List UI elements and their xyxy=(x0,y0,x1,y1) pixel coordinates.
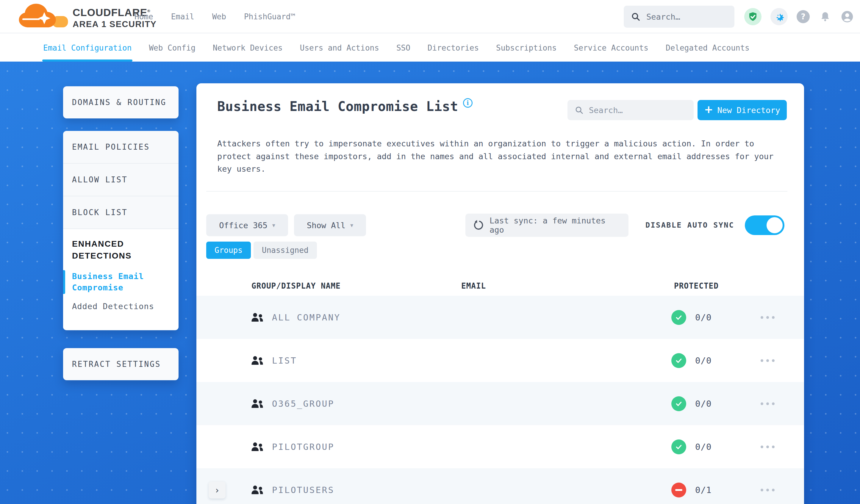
tab-service-accounts[interactable]: Service Accounts xyxy=(574,34,648,61)
group-icon xyxy=(250,312,264,323)
tab-directories[interactable]: Directories xyxy=(428,34,479,61)
account-button[interactable] xyxy=(841,10,854,23)
table-row[interactable]: O365_GROUP 0/0 xyxy=(197,382,804,425)
chevron-down-icon: ▾ xyxy=(272,222,275,229)
area1-security-app: CLOUDFLARE® AREA 1 SECURITY Home Email W… xyxy=(0,0,860,504)
tab-email-configuration[interactable]: Email Configuration xyxy=(43,34,131,61)
sidebar-card-email-policies: EMAIL POLICIES ALLOW LIST BLOCK LIST ENH… xyxy=(63,131,178,330)
protected-status-blocked-icon xyxy=(671,483,686,498)
col-group-display-name: GROUP/DISPLAY NAME xyxy=(252,282,341,290)
protected-status-ok-icon xyxy=(671,310,686,325)
cloudflare-logo-icon[interactable] xyxy=(17,2,70,31)
protection-status-icon[interactable] xyxy=(744,8,761,25)
global-search[interactable] xyxy=(624,6,734,28)
shield-check-icon xyxy=(748,12,758,22)
search-icon xyxy=(575,106,584,115)
user-avatar-icon xyxy=(841,10,854,23)
config-tabs: Email Configuration Web Config Network D… xyxy=(0,34,860,61)
tab-web-config[interactable]: Web Config xyxy=(149,34,196,61)
sidebar-item-block-list[interactable]: BLOCK LIST xyxy=(63,196,178,229)
protected-count: 0/0 xyxy=(695,312,712,322)
row-actions-button[interactable] xyxy=(761,489,775,491)
sidebar-section-enhanced-detections: ENHANCED DETECTIONS Business Email Compr… xyxy=(63,229,178,330)
protected-status-ok-icon xyxy=(671,440,686,454)
app-header: CLOUDFLARE® AREA 1 SECURITY Home Email W… xyxy=(0,0,860,33)
list-search-input[interactable] xyxy=(589,106,678,115)
bell-icon xyxy=(819,11,831,22)
table-row[interactable]: LIST 0/0 xyxy=(197,339,804,382)
title-row: Business Email Compromise List i xyxy=(217,99,473,114)
tab-subscriptions[interactable]: Subscriptions xyxy=(496,34,557,61)
sidebar-item-retract-settings[interactable]: RETRACT SETTINGS xyxy=(63,348,178,380)
sidebar-item-email-policies[interactable]: EMAIL POLICIES xyxy=(63,131,178,164)
last-sync-button[interactable]: Last sync: a few minutes ago xyxy=(465,214,629,237)
table-header: GROUP/DISPLAY NAME EMAIL PROTECTED xyxy=(197,277,804,296)
table-row[interactable]: PILOTGROUP 0/0 xyxy=(197,425,804,468)
group-name: PILOTGROUP xyxy=(272,442,334,452)
group-name: O365_GROUP xyxy=(272,399,334,409)
row-actions-button[interactable] xyxy=(761,359,775,362)
plus-icon: + xyxy=(704,104,713,115)
tab-users-and-actions[interactable]: Users and Actions xyxy=(300,34,379,61)
row-actions-button[interactable] xyxy=(761,402,775,405)
show-filter-dropdown[interactable]: Show All ▾ xyxy=(294,214,366,236)
notifications-button[interactable] xyxy=(819,10,832,23)
nav-web[interactable]: Web xyxy=(212,12,226,21)
tab-sso[interactable]: SSO xyxy=(396,34,410,61)
info-icon[interactable]: i xyxy=(463,98,473,108)
tab-delegated-accounts[interactable]: Delegated Accounts xyxy=(666,34,749,61)
refresh-icon xyxy=(473,219,484,231)
row-actions-button[interactable] xyxy=(761,445,775,448)
expand-row-button[interactable]: › xyxy=(209,481,226,498)
new-directory-button[interactable]: + New Directory xyxy=(698,100,787,120)
group-icon xyxy=(250,398,264,409)
content-canvas: DOMAINS & ROUTING EMAIL POLICIES ALLOW L… xyxy=(0,61,860,504)
directory-dropdown[interactable]: Office 365 ▾ xyxy=(206,214,288,236)
row-actions-button[interactable] xyxy=(761,316,775,319)
pill-unassigned[interactable]: Unassigned xyxy=(254,242,317,259)
chevron-down-icon: ▾ xyxy=(350,222,353,229)
group-icon xyxy=(250,484,264,496)
protected-status-ok-icon xyxy=(671,396,686,411)
protected-count: 0/0 xyxy=(695,399,712,409)
group-table: ALL COMPANY 0/0 LIST 0/0 xyxy=(197,296,804,504)
sidebar-item-enhanced-detections[interactable]: ENHANCED DETECTIONS xyxy=(72,238,170,262)
page-title: Business Email Compromise List xyxy=(217,99,458,114)
sidebar-item-domains-routing[interactable]: DOMAINS & ROUTING xyxy=(63,86,178,118)
protected-count: 0/1 xyxy=(695,485,712,495)
group-icon xyxy=(250,355,264,366)
group-name: LIST xyxy=(272,356,297,366)
pill-groups[interactable]: Groups xyxy=(206,242,251,259)
protected-count: 0/0 xyxy=(695,442,712,452)
search-icon xyxy=(631,12,640,21)
group-icon xyxy=(250,441,264,452)
sidebar-item-business-email-compromise[interactable]: Business Email Compromise xyxy=(72,271,170,293)
nav-home[interactable]: Home xyxy=(134,12,153,21)
sidebar-item-added-detections[interactable]: Added Detections xyxy=(72,302,170,311)
nav-email[interactable]: Email xyxy=(171,12,194,21)
table-row[interactable]: › PILOTUSERS 0/1 xyxy=(197,468,804,504)
col-email: EMAIL xyxy=(461,282,486,290)
sidebar-card-domains-routing: DOMAINS & ROUTING xyxy=(63,86,178,118)
auto-sync-toggle[interactable] xyxy=(745,215,785,235)
protected-status-ok-icon xyxy=(671,353,686,368)
settings-button[interactable] xyxy=(771,8,788,25)
group-name: ALL COMPANY xyxy=(272,312,341,322)
bec-list-panel: Business Email Compromise List i + New D… xyxy=(197,83,804,504)
toggle-knob xyxy=(766,217,783,233)
help-icon[interactable]: ? xyxy=(797,10,810,23)
table-row[interactable]: ALL COMPANY 0/0 xyxy=(197,296,804,339)
sidebar-item-allow-list[interactable]: ALLOW LIST xyxy=(63,164,178,196)
col-protected: PROTECTED xyxy=(674,282,719,290)
protected-count: 0/0 xyxy=(695,356,712,366)
nav-phishguard[interactable]: PhishGuard™ xyxy=(244,12,295,21)
top-nav: Home Email Web PhishGuard™ xyxy=(134,0,295,33)
group-name: PILOTUSERS xyxy=(272,485,334,495)
tab-network-devices[interactable]: Network Devices xyxy=(213,34,283,61)
list-search[interactable] xyxy=(568,100,694,120)
disable-auto-sync-label: DISABLE AUTO SYNC xyxy=(645,221,734,229)
divider xyxy=(206,191,787,192)
sidebar-card-retract-settings: RETRACT SETTINGS xyxy=(63,348,178,380)
gear-icon xyxy=(774,11,785,22)
global-search-input[interactable] xyxy=(646,12,724,21)
